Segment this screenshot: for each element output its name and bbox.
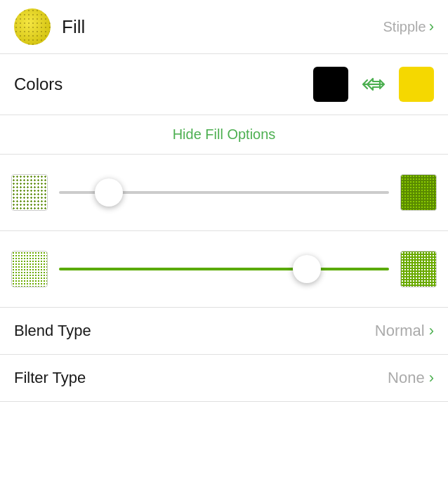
slider1-right-swatch xyxy=(400,174,437,211)
slider2-right-swatch xyxy=(400,251,437,287)
filter-type-row[interactable]: Filter Type None › xyxy=(0,355,448,402)
header-title: Fill xyxy=(62,16,383,38)
slider-row-2 xyxy=(0,238,448,300)
slider1-track[interactable] xyxy=(59,191,389,194)
slider1-left-swatch xyxy=(11,174,48,211)
slider2-knob[interactable] xyxy=(293,255,321,283)
filter-type-value: None xyxy=(388,369,425,387)
slider-row-1 xyxy=(0,162,448,223)
blend-type-chevron-icon: › xyxy=(429,322,434,340)
blend-type-label: Blend Type xyxy=(14,322,375,340)
stipple-label: Stipple xyxy=(383,19,426,35)
blend-type-value: Normal xyxy=(375,322,425,340)
hide-fill-options-button[interactable]: Hide Fill Options xyxy=(173,126,276,143)
slider2-track[interactable] xyxy=(59,268,389,270)
colors-row: Colors xyxy=(0,54,448,115)
hide-fill-options-row[interactable]: Hide Fill Options xyxy=(0,115,448,155)
slider1-track-wrap[interactable] xyxy=(59,174,389,211)
header-chevron-icon: › xyxy=(429,18,434,36)
header-row: Fill Stipple › xyxy=(0,0,448,54)
slider-section-1 xyxy=(0,155,448,231)
slider1-knob[interactable] xyxy=(95,178,123,207)
colors-label: Colors xyxy=(14,74,313,94)
slider2-left-swatch xyxy=(11,251,48,287)
slider-section-2 xyxy=(0,231,448,308)
fill-circle-icon xyxy=(14,8,51,45)
slider2-track-wrap[interactable] xyxy=(59,251,389,287)
color-swatch-black[interactable] xyxy=(313,67,348,102)
header-nav[interactable]: Stipple › xyxy=(383,18,434,36)
filter-type-label: Filter Type xyxy=(14,369,388,387)
color-swatch-yellow[interactable] xyxy=(399,67,434,102)
blend-type-row[interactable]: Blend Type Normal › xyxy=(0,308,448,355)
swap-colors-button[interactable] xyxy=(358,69,389,100)
filter-type-chevron-icon: › xyxy=(429,369,434,387)
